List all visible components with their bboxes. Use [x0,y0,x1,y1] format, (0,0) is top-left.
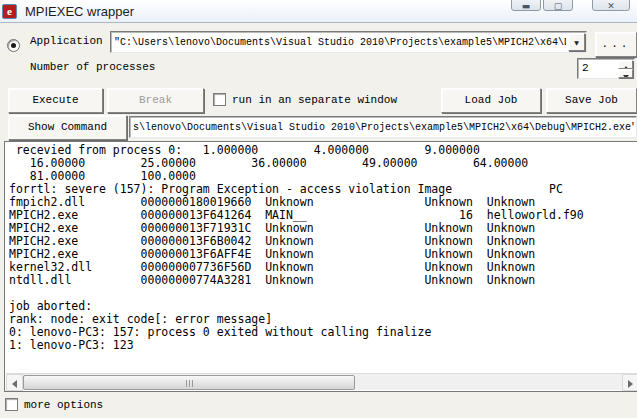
num-processes-value: 2 [582,62,589,74]
scroll-left-button[interactable] [6,374,23,391]
radio-dot-icon [11,43,16,48]
close-icon: ✕ [607,1,615,11]
scroll-right-button[interactable] [622,374,637,391]
close-button[interactable]: ✕ [592,0,630,11]
arrow-down-icon [623,75,629,78]
browse-button[interactable]: ... [595,32,637,57]
arrow-left-icon [12,380,17,388]
show-command-button[interactable]: Show Command [8,115,127,140]
maximize-button[interactable]: ▢ [543,0,573,11]
application-path-value: "C:\Users\lenovo\Documents\Visual Studio… [114,35,566,50]
execute-button[interactable]: Execute [8,88,103,113]
separate-window-label: run in an separate window [232,94,397,106]
output-text: recevied from process 0: 1.000000 4.0000… [9,144,584,352]
num-processes-label: Number of processes [30,61,155,73]
more-options-label: more options [24,399,103,411]
more-options-checkbox[interactable] [5,398,18,411]
window-title: MPIEXEC wrapper [25,4,134,19]
num-processes-spinner[interactable]: 2 [577,58,635,79]
horizontal-scrollbar[interactable] [6,373,637,390]
save-job-button[interactable]: Save Job [546,88,637,113]
command-line-value: s\lenovo\Documents\Visual Studio 2010\Pr… [133,120,634,135]
maximize-icon: ▢ [554,1,563,11]
combobox-dropdown-button[interactable]: ▼ [568,33,585,51]
spinner-up-button[interactable] [618,60,633,69]
application-path-combobox[interactable]: "C:\Users\lenovo\Documents\Visual Studio… [110,31,587,53]
output-area[interactable]: recevied from process 0: 1.000000 4.0000… [4,141,637,392]
minimize-button[interactable]: ▬ [511,0,541,11]
titlebar: e MPIEXEC wrapper ▬ ▢ ✕ [0,0,637,23]
load-job-button[interactable]: Load Job [441,88,541,113]
scrollbar-thumb[interactable] [23,375,355,390]
arrow-right-icon [628,380,633,388]
app-icon: e [2,4,17,19]
spinner-down-button[interactable] [618,69,633,78]
break-button: Break [107,88,204,113]
scrollbar-grip-icon [189,380,190,387]
minimize-icon: ▬ [522,1,531,11]
separate-window-checkbox[interactable] [213,93,226,106]
mpiexec-wrapper-window: e MPIEXEC wrapper ▬ ▢ ✕ Application "C:\… [0,0,637,418]
application-radio[interactable] [7,39,20,52]
chevron-down-icon: ▼ [574,39,579,46]
application-label: Application [30,35,103,47]
command-line-field[interactable]: s\lenovo\Documents\Visual Studio 2010\Pr… [129,116,637,138]
